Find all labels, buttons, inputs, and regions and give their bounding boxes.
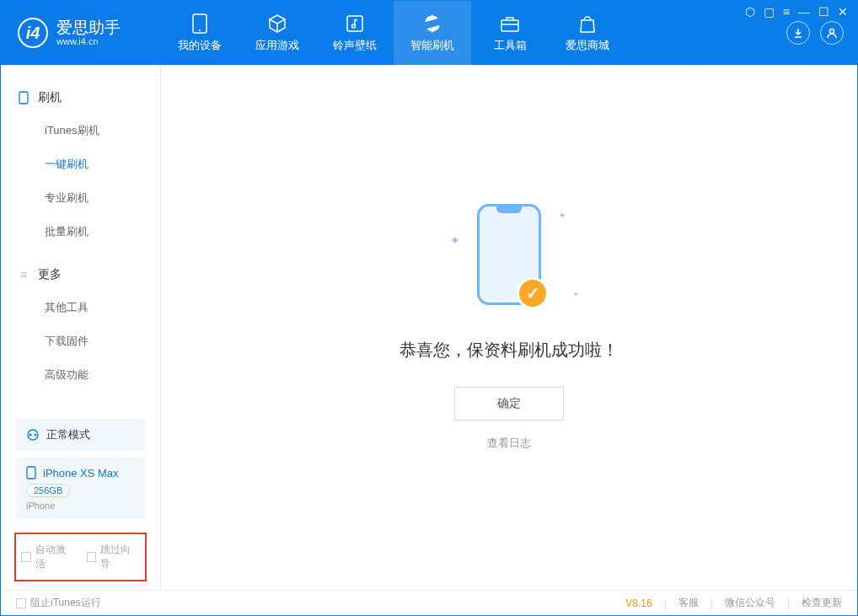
device-capacity: 256GB (26, 484, 70, 497)
header: i4 爱思助手 www.i4.cn 我的设备 应用游戏 铃声壁纸 智能刷机 工具… (1, 1, 857, 65)
checkbox-label: 自动激活 (35, 543, 75, 571)
close-icon[interactable]: ✕ (838, 5, 848, 19)
svg-point-3 (352, 24, 356, 28)
svg-rect-6 (19, 92, 28, 104)
svg-point-1 (199, 29, 201, 31)
minimize-icon[interactable]: — (798, 5, 810, 19)
main-content: ✦ ✦ ✦ ✓ 恭喜您，保资料刷机成功啦！ 确定 查看日志 (161, 65, 857, 590)
sidebar-other-tools[interactable]: 其他工具 (1, 291, 160, 324)
app-name: 爱思助手 (56, 19, 121, 37)
device-box[interactable]: iPhone XS Max 256GB iPhone (16, 458, 145, 519)
app-url: www.i4.cn (56, 36, 121, 46)
user-button[interactable] (820, 21, 844, 45)
nav-label: 应用游戏 (255, 38, 299, 53)
nav-my-device[interactable]: 我的设备 (161, 1, 239, 65)
toolbox-icon (500, 13, 520, 34)
sidebar-itunes-flash[interactable]: iTunes刷机 (1, 114, 160, 147)
device-icon (26, 466, 36, 479)
maximize-icon[interactable]: ☐ (818, 5, 829, 19)
sidebar-download-firmware[interactable]: 下载固件 (1, 324, 160, 358)
section-title: 刷机 (38, 90, 62, 105)
device-icon (190, 13, 210, 34)
success-message: 恭喜您，保资料刷机成功啦！ (400, 339, 619, 362)
cube-icon (267, 13, 287, 34)
svg-rect-10 (27, 467, 35, 479)
checkbox-block-itunes[interactable]: 阻止iTunes运行 (16, 596, 101, 610)
svg-rect-4 (501, 20, 518, 31)
device-name: iPhone XS Max (43, 467, 119, 479)
nav-smart-flash[interactable]: 智能刷机 (394, 1, 471, 65)
window-controls: ⬡ ▢ ≡ — ☐ ✕ (745, 5, 848, 19)
header-right (786, 21, 857, 45)
mode-box[interactable]: 正常模式 (16, 419, 145, 451)
download-button[interactable] (786, 21, 810, 45)
nav-label: 工具箱 (494, 38, 527, 53)
feedback-icon[interactable]: ▢ (764, 5, 775, 19)
nav-label: 我的设备 (178, 38, 222, 53)
logo-area: i4 爱思助手 www.i4.cn (1, 18, 161, 48)
sidebar-one-click-flash[interactable]: 一键刷机 (1, 147, 160, 181)
check-update-link[interactable]: 检查更新 (802, 596, 842, 610)
wechat-link[interactable]: 微信公众号 (725, 596, 775, 610)
nav-apps-games[interactable]: 应用游戏 (239, 1, 316, 65)
nav-label: 铃声壁纸 (333, 38, 377, 53)
mode-icon (26, 428, 40, 442)
highlighted-options: 自动激活 跳过向导 (14, 533, 147, 581)
support-link[interactable]: 客服 (678, 596, 699, 610)
checkbox-auto-activate[interactable]: 自动激活 (21, 543, 75, 571)
bag-icon (577, 13, 598, 34)
sidebar-section-more: ≡ 更多 (1, 259, 160, 291)
footer: 阻止iTunes运行 V8.16 | 客服 | 微信公众号 | 检查更新 (1, 590, 857, 615)
nav-ringtones[interactable]: 铃声壁纸 (316, 1, 394, 65)
section-title: 更多 (38, 267, 62, 282)
device-type: iPhone (26, 501, 135, 511)
logo-icon: i4 (18, 18, 48, 48)
ok-button[interactable]: 确定 (454, 387, 564, 420)
refresh-icon (422, 13, 442, 34)
svg-point-5 (830, 29, 834, 34)
success-illustration: ✦ ✦ ✦ ✓ (463, 204, 555, 313)
music-icon (345, 13, 365, 34)
version-label: V8.16 (625, 597, 652, 609)
nav-label: 爱思商城 (566, 38, 609, 53)
checkbox-skip-wizard[interactable]: 跳过向导 (87, 543, 141, 571)
sidebar-batch-flash[interactable]: 批量刷机 (1, 215, 160, 249)
nav-label: 智能刷机 (410, 38, 454, 53)
sidebar-advanced[interactable]: 高级功能 (1, 358, 160, 392)
list-icon: ≡ (18, 269, 29, 281)
view-log-link[interactable]: 查看日志 (487, 436, 531, 451)
skin-icon[interactable]: ⬡ (745, 5, 755, 19)
mode-label: 正常模式 (46, 427, 90, 442)
checkbox-label: 跳过向导 (100, 543, 140, 571)
svg-point-9 (35, 434, 37, 437)
svg-point-8 (29, 434, 32, 437)
check-badge-icon: ✓ (517, 277, 549, 309)
phone-icon (18, 92, 29, 104)
phone-icon: ✓ (477, 204, 541, 305)
checkbox-label: 阻止iTunes运行 (30, 596, 101, 610)
sidebar-pro-flash[interactable]: 专业刷机 (1, 181, 160, 215)
menu-icon[interactable]: ≡ (783, 5, 790, 19)
nav-toolbox[interactable]: 工具箱 (471, 1, 549, 65)
nav-store[interactable]: 爱思商城 (549, 1, 626, 65)
sidebar: 刷机 iTunes刷机 一键刷机 专业刷机 批量刷机 ≡ 更多 其他工具 下载固… (1, 65, 161, 590)
top-nav: 我的设备 应用游戏 铃声壁纸 智能刷机 工具箱 爱思商城 (161, 1, 626, 65)
sidebar-section-flash: 刷机 (1, 82, 160, 114)
